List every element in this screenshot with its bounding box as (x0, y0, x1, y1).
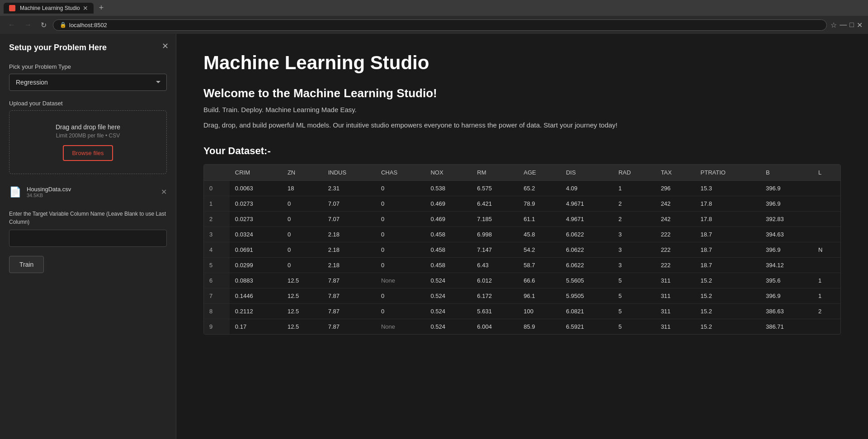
table-cell: 296 (656, 181, 695, 196)
table-cell: 61.1 (518, 212, 561, 227)
train-button[interactable]: Train (9, 256, 44, 273)
file-remove-button[interactable]: ✕ (161, 188, 167, 196)
tab-title: Machine Learning Studio (20, 5, 80, 11)
table-cell: 18.7 (695, 227, 760, 242)
table-cell: 0 (376, 304, 425, 319)
table-cell (813, 258, 840, 273)
address-bar[interactable]: 🔒 localhost:8502 (53, 19, 827, 31)
table-row: 00.0063182.3100.5386.57565.24.09129615.3… (204, 181, 840, 196)
page-title: Machine Learning Studio (203, 52, 841, 74)
table-cell: 12.5 (282, 273, 323, 288)
table-column-header: DIS (561, 165, 613, 181)
table-cell: 85.9 (518, 319, 561, 335)
panel-close-button[interactable]: ✕ (162, 41, 169, 51)
table-cell: 311 (656, 304, 695, 319)
table-column-header: CHAS (376, 165, 425, 181)
table-cell: 7.07 (323, 196, 376, 212)
table-cell: 15.2 (695, 319, 760, 335)
table-column-header: B (760, 165, 813, 181)
table-cell: 0.17 (230, 319, 282, 335)
active-tab[interactable]: Machine Learning Studio ✕ (4, 3, 94, 14)
maximize-button[interactable]: □ (849, 21, 854, 29)
table-cell: 6.172 (472, 288, 518, 304)
back-button[interactable]: ← (5, 19, 18, 31)
table-cell: 0 (376, 212, 425, 227)
table-cell: 6.004 (472, 319, 518, 335)
table-row: 10.027307.0700.4696.42178.94.9671224217.… (204, 196, 840, 212)
minimize-button[interactable]: — (840, 21, 847, 29)
problem-type-select[interactable]: Regression Classification (9, 74, 167, 91)
tab-close-icon[interactable]: ✕ (83, 5, 88, 12)
table-cell: 15.2 (695, 288, 760, 304)
table-cell: 7.07 (323, 212, 376, 227)
drop-zone[interactable]: Drag and drop file here Limit 200MB per … (9, 110, 167, 174)
table-cell: 5 (613, 288, 656, 304)
table-row: 90.1712.57.87None0.5246.00485.96.5921531… (204, 319, 840, 335)
welcome-heading: Welcome to the Machine Learning Studio! (203, 86, 841, 100)
tab-favicon (9, 5, 15, 11)
table-row: 50.029902.1800.4586.4358.76.0622322218.7… (204, 258, 840, 273)
browse-files-button[interactable]: Browse files (63, 145, 113, 161)
table-cell: 0.1446 (230, 288, 282, 304)
table-cell: 6.421 (472, 196, 518, 212)
table-cell: 394.12 (760, 258, 813, 273)
table-cell: 5 (613, 319, 656, 335)
main-content: Machine Learning Studio Welcome to the M… (176, 34, 868, 439)
table-cell: 396.9 (760, 242, 813, 258)
target-label: Enter the Target Variable Column Name (L… (9, 210, 167, 226)
table-column-header: AGE (518, 165, 561, 181)
table-cell: 17.8 (695, 196, 760, 212)
table-cell: 311 (656, 319, 695, 335)
table-row: 60.088312.57.87None0.5246.01266.65.56055… (204, 273, 840, 288)
table-cell: 5.5605 (561, 273, 613, 288)
table-cell: 1 (813, 273, 840, 288)
table-cell: 4.9671 (561, 196, 613, 212)
file-item: 📄 HousingData.csv 34.5KB ✕ (9, 181, 167, 203)
table-cell: N (813, 242, 840, 258)
app-layout: ✕ Setup your Problem Here Pick your Prob… (0, 34, 868, 439)
table-cell: 12.5 (282, 319, 323, 335)
table-cell: 15.2 (695, 273, 760, 288)
table-cell: 100 (518, 304, 561, 319)
table-cell: 0.0299 (230, 258, 282, 273)
bookmark-button[interactable]: ☆ (830, 21, 837, 29)
table-cell: 6.43 (472, 258, 518, 273)
url-text: localhost:8502 (69, 22, 107, 28)
browser-close-button[interactable]: ✕ (857, 21, 863, 29)
table-cell: 18.7 (695, 258, 760, 273)
table-cell: 222 (656, 242, 695, 258)
new-tab-button[interactable]: + (95, 2, 108, 14)
table-column-header (204, 165, 230, 181)
table-cell: 396.9 (760, 196, 813, 212)
table-cell: 7.87 (323, 319, 376, 335)
table-cell (813, 227, 840, 242)
table-cell: 0 (282, 258, 323, 273)
table-cell (813, 319, 840, 335)
table-cell: 18.7 (695, 242, 760, 258)
table-row: 20.027307.0700.4697.18561.14.9671224217.… (204, 212, 840, 227)
table-column-header: TAX (656, 165, 695, 181)
forward-button[interactable]: → (22, 19, 34, 31)
table-cell: 396.9 (760, 288, 813, 304)
table-cell: 45.8 (518, 227, 561, 242)
table-cell: None (376, 319, 425, 335)
table-cell: 242 (656, 212, 695, 227)
panel-title: Setup your Problem Here (9, 43, 167, 52)
table-cell: 2 (204, 212, 230, 227)
table-cell: 1 (613, 181, 656, 196)
table-cell: 9 (204, 319, 230, 335)
target-input[interactable] (9, 230, 167, 247)
table-cell: 2 (813, 304, 840, 319)
table-cell (813, 181, 840, 196)
table-cell: 0 (282, 196, 323, 212)
nav-bar: ← → ↻ 🔒 localhost:8502 ☆ — □ ✕ (0, 16, 868, 34)
table-cell: 396.9 (760, 181, 813, 196)
table-cell: 2.18 (323, 258, 376, 273)
refresh-button[interactable]: ↻ (38, 19, 49, 31)
table-cell: 5.9505 (561, 288, 613, 304)
table-body: 00.0063182.3100.5386.57565.24.09129615.3… (204, 181, 840, 335)
table-row: 70.144612.57.8700.5246.17296.15.95055311… (204, 288, 840, 304)
table-cell: 7.87 (323, 273, 376, 288)
table-cell: 0.0063 (230, 181, 282, 196)
dataset-table-wrapper: CRIMZNINDUSCHASNOXRMAGEDISRADTAXPTRATIOB… (203, 164, 841, 335)
